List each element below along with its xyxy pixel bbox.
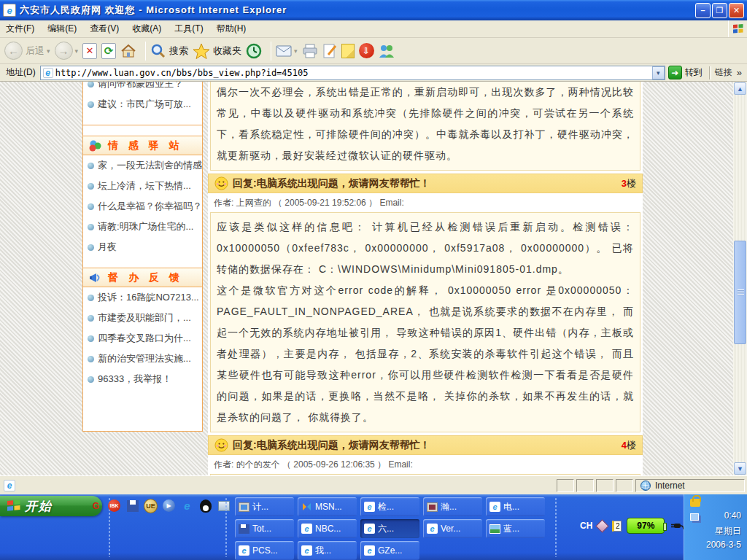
messenger-button[interactable] xyxy=(379,44,395,58)
computer-icon xyxy=(239,502,249,512)
menu-favorites[interactable]: 收藏(A) xyxy=(132,23,161,35)
start-button[interactable]: 开始 xyxy=(0,496,102,516)
links-overflow-chevron[interactable]: » xyxy=(737,67,742,78)
mail-dropdown-icon[interactable]: ▾ xyxy=(294,47,298,55)
lock-icon[interactable] xyxy=(690,499,700,507)
home-icon xyxy=(120,44,136,58)
sidebar-link[interactable]: 坛上冷清，坛下热情... xyxy=(98,179,191,192)
list-item[interactable]: 什么是幸福？你幸福吗？ xyxy=(83,196,202,217)
history-button[interactable] xyxy=(246,43,262,59)
task-button[interactable]: e电... xyxy=(486,497,545,516)
sidebar-link[interactable]: 市建委及职能部门，... xyxy=(98,311,191,324)
list-item[interactable]: 月夜 xyxy=(83,237,202,257)
sidebar-link[interactable]: 投诉：16路皖NO7213... xyxy=(98,291,199,304)
mail-button[interactable]: ▾ xyxy=(276,45,298,57)
vertical-scrollbar[interactable]: ▲ ▼ xyxy=(733,82,747,475)
sidebar-link[interactable]: 四季春交叉路口为什... xyxy=(98,332,191,345)
battery-indicator[interactable]: 97% xyxy=(627,518,665,534)
minimize-button[interactable]: – xyxy=(695,3,711,18)
list-item[interactable]: 建议：市民广场可放... xyxy=(83,94,202,114)
menu-help[interactable]: 帮助(H) xyxy=(217,23,247,35)
list-item[interactable]: 96333，我举报！ xyxy=(83,369,202,389)
task-button[interactable]: 计... xyxy=(235,497,294,516)
list-item[interactable]: 请教:明珠广场住宅的... xyxy=(83,217,202,237)
task-button[interactable]: 瀚... xyxy=(423,497,482,516)
sidebar-link[interactable]: 96333，我举报！ xyxy=(98,373,171,386)
search-button[interactable]: 搜索 xyxy=(150,43,188,59)
refresh-button[interactable]: ⟳ xyxy=(101,43,116,59)
app-window-icon[interactable] xyxy=(217,499,231,513)
total-commander-icon[interactable] xyxy=(125,499,139,513)
back-button[interactable]: ← 后退 ▾ xyxy=(4,42,50,60)
sidebar-link[interactable]: 月夜 xyxy=(98,241,117,254)
task-button[interactable]: ePCS... xyxy=(235,541,294,560)
media-player-icon[interactable]: ▶ xyxy=(162,499,176,513)
toolbar-separator xyxy=(271,42,271,61)
address-dropdown-icon[interactable]: ▾ xyxy=(652,66,665,79)
section-title: 情 感 驿 站 xyxy=(108,139,183,152)
input-method-icon[interactable] xyxy=(596,519,609,532)
list-item[interactable]: 请问帝都蒙园业主？ xyxy=(83,82,202,94)
scroll-up-icon[interactable]: ▲ xyxy=(734,82,746,95)
task-button[interactable]: MSN... xyxy=(298,497,357,516)
download-manager-button[interactable]: ⇩ xyxy=(359,43,374,58)
forward-dropdown-icon[interactable]: ▾ xyxy=(75,47,79,55)
menu-edit[interactable]: 编辑(E) xyxy=(47,23,77,35)
network-icon[interactable] xyxy=(690,513,699,521)
scroll-down-icon[interactable]: ▼ xyxy=(734,462,746,475)
task-button[interactable]: e我... xyxy=(298,541,357,560)
links-label[interactable]: 链接 xyxy=(715,66,732,79)
forward-button[interactable]: → ▾ xyxy=(55,42,79,60)
sidebar-link[interactable]: 什么是幸福？你幸福吗？ xyxy=(98,200,202,213)
ie-page-icon: e xyxy=(301,545,312,556)
task-button-active[interactable]: e六... xyxy=(360,519,419,538)
task-button[interactable]: Tot... xyxy=(235,519,294,538)
menu-view[interactable]: 查看(V) xyxy=(90,23,119,35)
task-button[interactable]: eGZe... xyxy=(360,541,419,560)
taskbar-separator xyxy=(554,497,557,557)
ultraedit-icon[interactable]: UE xyxy=(144,499,158,513)
back-dropdown-icon[interactable]: ▾ xyxy=(47,47,50,55)
list-item[interactable]: 坛上冷清，坛下热情... xyxy=(83,176,202,196)
address-input[interactable] xyxy=(55,68,652,78)
close-button[interactable]: ✕ xyxy=(729,3,744,18)
power-plug-icon[interactable] xyxy=(670,521,684,531)
home-button[interactable] xyxy=(120,44,136,58)
list-item[interactable]: 投诉：16路皖NO7213... xyxy=(83,287,202,308)
print-icon xyxy=(302,44,318,58)
flashget-icon[interactable]: G xyxy=(89,499,103,513)
scrollbar-thumb[interactable] xyxy=(734,241,746,344)
reply-text: 这个是微软官方对这个error code的解释， 0x10000050 erro… xyxy=(217,280,634,428)
sidebar-link[interactable]: 家，一段无法割舍的情感 xyxy=(98,159,202,172)
menu-file[interactable]: 文件(F) xyxy=(6,23,34,35)
sidebar-link[interactable]: 请教:明珠广场住宅的... xyxy=(98,220,193,233)
task-button[interactable]: e检... xyxy=(360,497,419,516)
favorites-button[interactable]: 收藏夹 xyxy=(193,43,241,59)
sidebar-link[interactable]: 新的治安管理法实施... xyxy=(98,352,191,365)
list-item[interactable]: 新的治安管理法实施... xyxy=(83,349,202,369)
maximize-button[interactable]: ❐ xyxy=(712,3,727,18)
red-badge-icon[interactable]: IBK xyxy=(107,499,121,513)
sidebar-link[interactable]: 请问帝都蒙园业主？ xyxy=(98,82,183,90)
qq-icon[interactable] xyxy=(198,499,212,513)
bullet-icon xyxy=(88,335,94,342)
ie-quicklaunch-icon[interactable]: e xyxy=(180,499,194,513)
tray-badge-icon[interactable]: 2 xyxy=(612,521,622,532)
print-button[interactable] xyxy=(302,44,318,58)
list-item[interactable]: 家，一段无法割舍的情感 xyxy=(83,155,202,176)
task-button[interactable]: 蓝... xyxy=(486,519,545,538)
menu-tools[interactable]: 工具(T) xyxy=(174,23,203,35)
taskbar: 开始 G IBK UE ▶ e 计... MSN... e检... 瀚... e… xyxy=(0,494,747,560)
notes-button[interactable] xyxy=(341,44,355,58)
task-button[interactable]: eVer... xyxy=(423,519,482,538)
edit-button[interactable] xyxy=(322,43,337,59)
reply-author-row: 作者: 的个的发个 （ 2005-09-26 12:06:35 ） Email: xyxy=(208,455,643,474)
sidebar-link[interactable]: 建议：市民广场可放... xyxy=(98,98,191,111)
go-button[interactable]: ➜ 转到 xyxy=(668,66,703,79)
clock-panel[interactable]: 0:40 星期日 2006-3-5 xyxy=(684,494,747,560)
task-button[interactable]: eNBC... xyxy=(298,519,357,538)
list-item[interactable]: 市建委及职能部门，... xyxy=(83,308,202,328)
list-item[interactable]: 四季春交叉路口为什... xyxy=(83,328,202,349)
language-indicator[interactable]: CH xyxy=(580,521,592,531)
stop-button[interactable]: ✕ xyxy=(82,43,97,59)
